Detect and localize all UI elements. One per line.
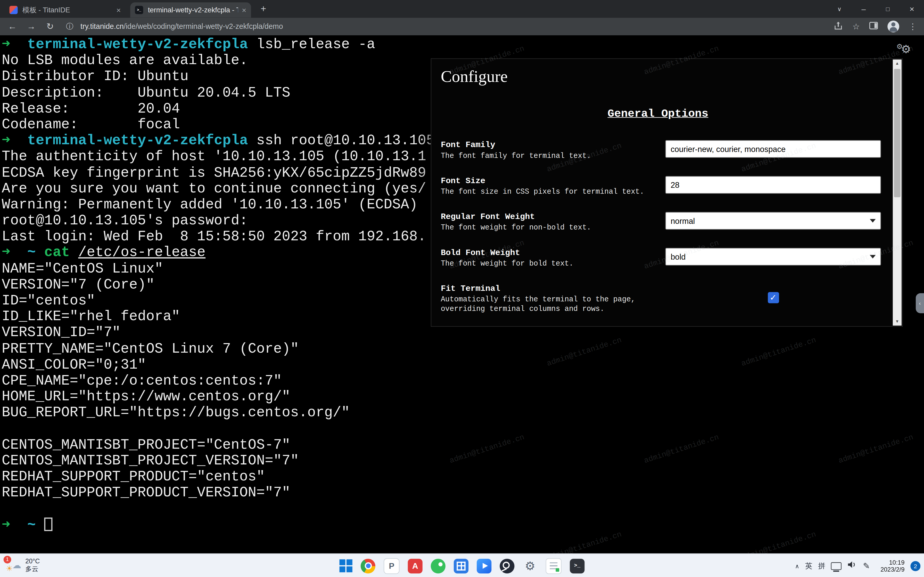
terminal-text: ~	[27, 245, 36, 261]
regular-font-weight-label: Regular Font Weight	[441, 212, 658, 222]
tab-close-icon[interactable]: ×	[116, 6, 121, 15]
terminal-line: CENTOS_MANTISBT_PROJECT_VERSION="7"	[2, 453, 435, 469]
terminal-text: No LSB modules are available.	[2, 53, 248, 69]
terminal-line: ANSI_COLOR="0;31"	[2, 357, 435, 373]
terminal-text: Distributor ID: Ubuntu	[2, 69, 189, 84]
terminal-text: ➜	[2, 133, 10, 148]
new-tab-button[interactable]: +	[256, 1, 271, 16]
terminal-text: Release: 20.04	[2, 100, 180, 116]
taskbar-app-settings[interactable]: ⚙	[523, 558, 537, 573]
terminal-text: ssh root@10.10.13.105	[248, 133, 435, 148]
bold-font-weight-text: Bold Font WeightThe font weight for bold…	[441, 248, 666, 268]
terminal-line: Distributor ID: Ubuntu	[2, 69, 435, 84]
close-button[interactable]: ×	[900, 0, 924, 18]
terminal-line: ID="centos"	[2, 293, 435, 309]
taskbar-app-notes[interactable]	[546, 558, 562, 574]
bold-font-weight-label: Bold Font Weight	[441, 248, 658, 258]
weather-widget[interactable]: ☀ ☁ 1 20°C 多云	[6, 557, 40, 574]
terminal-settings-button[interactable]: ⚙⚙	[897, 42, 911, 56]
ime-language-indicator[interactable]: 英	[805, 561, 812, 571]
share-icon[interactable]	[834, 21, 843, 32]
side-panel-icon[interactable]	[869, 21, 878, 32]
terminal-line: ➜ ~ cat /etc/os-release	[2, 245, 435, 261]
bold-font-weight-select[interactable]: bold	[666, 248, 881, 266]
scrollbar-thumb[interactable]	[894, 69, 900, 197]
minimize-button[interactable]: –	[851, 0, 876, 18]
gear-icon: ⚙	[901, 43, 911, 55]
font-size-input[interactable]	[666, 176, 881, 194]
window-controls: ∨ – □ ×	[827, 0, 924, 18]
address-bar[interactable]: ⓘ try.titanide.cn/ide/web/coding/termina…	[66, 21, 827, 31]
font-size-text: Font SizeThe font size in CSS pixels for…	[441, 176, 666, 197]
terminal-line: ➜ terminal-wetty-v2-zekfcpla lsb_release…	[2, 37, 435, 53]
url-path: /ide/web/coding/terminal-wetty-v2-zekfcp…	[124, 23, 283, 31]
taskbar-app-app-green[interactable]	[431, 558, 446, 573]
taskbar-app-app-p[interactable]: P	[384, 558, 400, 574]
reload-button[interactable]: ↻	[42, 21, 58, 32]
terminal-line: No LSB modules are available.	[2, 53, 435, 69]
taskbar-app-chrome[interactable]	[361, 558, 375, 573]
ime-pinyin-indicator[interactable]: 拼	[818, 561, 825, 571]
scrollbar-down-icon[interactable]: ▼	[895, 318, 899, 326]
config-row-regular-font-weight: Regular Font WeightThe font weight for n…	[441, 212, 881, 233]
clock[interactable]: 10:19 2023/2/9	[880, 558, 905, 573]
terminal-text: root@10.10.13.105's password:	[2, 213, 257, 229]
screen: 模板 - TitanIDE × >_ terminal-wetty-v2-zek…	[0, 0, 924, 577]
taskbar-app-app-sheet[interactable]	[454, 558, 468, 573]
taskbar-app-app-dark[interactable]	[500, 558, 514, 573]
panel-collapse-handle[interactable]: ‹	[916, 293, 924, 313]
volume-icon[interactable]	[848, 561, 857, 571]
font-size-control	[666, 176, 881, 197]
scrollbar-up-icon[interactable]: ▲	[895, 60, 899, 68]
taskbar-app-start[interactable]	[339, 559, 352, 572]
configure-dialog: Configure General Options Font FamilyThe…	[431, 58, 903, 327]
tray-date: 2023/2/9	[880, 566, 905, 574]
browser-tab-strip: 模板 - TitanIDE × >_ terminal-wetty-v2-zek…	[0, 0, 924, 18]
dialog-fields: Font FamilyThe font family for terminal …	[431, 140, 902, 314]
config-row-font-size: Font SizeThe font size in CSS pixels for…	[441, 176, 881, 197]
browser-menu-icon[interactable]: ⋮	[909, 22, 917, 31]
maximize-button[interactable]: □	[876, 0, 900, 18]
taskbar-app-terminal-app[interactable]: >_	[570, 558, 585, 573]
notification-badge[interactable]: 2	[910, 561, 921, 571]
display-icon[interactable]	[831, 562, 842, 570]
cloud-icon: ☁	[12, 560, 21, 571]
terminal-screen[interactable]: ➜ terminal-wetty-v2-zekfcpla lsb_release…	[0, 35, 924, 553]
taskbar-app-app-a[interactable]: A	[408, 558, 423, 573]
tab-close-icon[interactable]: ×	[242, 6, 246, 15]
fit-terminal-checkbox[interactable]: ✓	[767, 292, 779, 303]
terminal-text	[10, 37, 27, 53]
terminal-line: ➜ terminal-wetty-v2-zekfcpla ssh root@10…	[2, 133, 435, 148]
pen-icon[interactable]: ✎	[863, 561, 870, 571]
tab-titanide[interactable]: 模板 - TitanIDE ×	[5, 2, 126, 18]
forward-button[interactable]: →	[23, 21, 39, 32]
font-family-input[interactable]	[666, 140, 881, 158]
sun-icon: ☀	[6, 564, 13, 573]
windows-taskbar: ☀ ☁ 1 20°C 多云 PA⚙>_ ∧ 英 拼 ✎ 10:19 2023/2…	[0, 554, 924, 577]
titanide-favicon	[10, 6, 18, 14]
terminal-text: ➜	[2, 37, 10, 53]
system-tray: ∧ 英 拼 ✎ 10:19 2023/2/9 2	[795, 554, 921, 577]
regular-font-weight-text: Regular Font WeightThe font weight for n…	[441, 212, 666, 233]
terminal-line: HOME_URL="https://www.centos.org/"	[2, 389, 435, 405]
weather-text: 20°C 多云	[25, 558, 40, 573]
tab-terminal-wetty[interactable]: >_ terminal-wetty-v2-zekfcpla - T ×	[130, 2, 251, 18]
font-family-label: Font Family	[441, 140, 658, 150]
dialog-scrollbar[interactable]: ▲ ▼	[893, 60, 901, 326]
terminal-text: ID="centos"	[2, 293, 95, 309]
site-info-icon[interactable]: ⓘ	[66, 21, 73, 31]
fit-terminal-description: Automatically fits the terminal to the p…	[441, 295, 658, 314]
bookmark-star-icon[interactable]: ☆	[852, 22, 860, 31]
regular-font-weight-select[interactable]: normal	[666, 212, 881, 230]
back-button[interactable]: ←	[5, 21, 20, 32]
tab-search-icon[interactable]: ∨	[827, 0, 851, 18]
taskbar-app-app-blue[interactable]	[477, 558, 491, 573]
terminal-text: ECDSA key fingerprint is SHA256:yKX/65ci…	[2, 164, 426, 181]
browser-toolbar: ← → ↻ ⓘ try.titanide.cn/ide/web/coding/t…	[0, 18, 924, 35]
terminal-text	[10, 133, 27, 148]
terminal-line: ID_LIKE="rhel fedora"	[2, 309, 435, 324]
tray-expand-icon[interactable]: ∧	[795, 562, 800, 569]
dialog-section-title: General Options	[431, 107, 885, 120]
terminal-text: ➜	[2, 517, 10, 533]
profile-avatar[interactable]	[887, 21, 899, 32]
